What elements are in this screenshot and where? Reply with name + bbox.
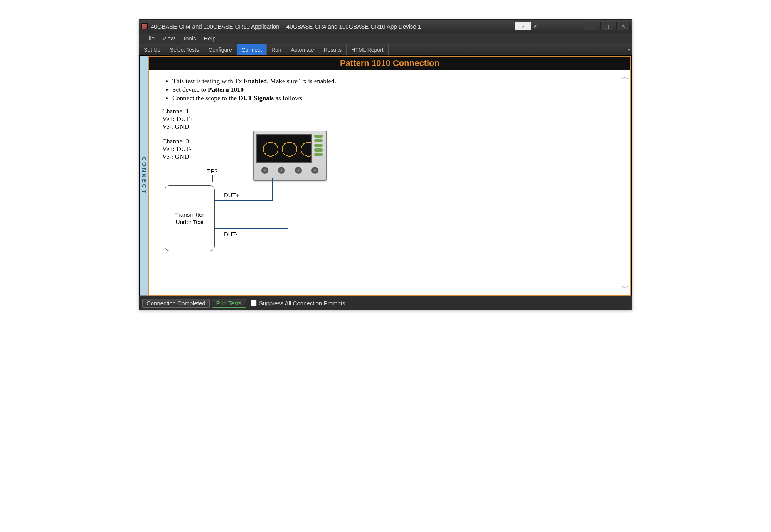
footer-bar: Connection Completed Run Tests Suppress … [139,296,632,310]
instruction-list: This test is testing with Tx Enabled. Ma… [172,77,619,102]
menu-help[interactable]: Help [200,34,219,42]
connection-status-button[interactable]: Connection Completed [142,299,210,308]
minimize-button[interactable]: — [584,22,597,30]
app-icon [141,23,148,29]
tab-html-report[interactable]: HTML Report [347,44,389,55]
tabbar: Set Up Select Tests Configure Connect Ru… [139,44,632,55]
tab-connect[interactable]: Connect [237,44,267,55]
scope-ports [254,165,326,176]
side-label-connect: CONNECT [140,56,148,296]
channel1-block: Channel 1: Ve+: DUT+ Ve-: GND [162,108,619,131]
window-title: 40GBASE-CR4 and 100GBASE-CR10 Applicatio… [151,23,513,30]
scroll-up-icon[interactable]: ︿ [622,72,629,81]
connection-diagram: TP2 Transmitter Under Test DUT+ DUT- [161,168,361,291]
instruction-item: Set device to Pattern 1010 [172,86,619,94]
instruction-item: This test is testing with Tx Enabled. Ma… [172,77,619,85]
title-chevron-icon[interactable]: ✔ [533,23,538,29]
checkbox-icon[interactable] [251,300,257,306]
menu-file[interactable]: File [142,34,158,42]
transmitter-under-test-box: Transmitter Under Test [165,185,215,251]
tab-configure[interactable]: Configure [204,44,237,55]
close-button[interactable]: ✕ [616,22,630,30]
tab-automate[interactable]: Automate [286,44,319,55]
tab-set-up[interactable]: Set Up [139,44,165,55]
panel-body: ︿ ﹀ This test is testing with Tx Enabled… [149,70,630,295]
channel3-block: Channel 3: Ve+: DUT- Ve-: GND [162,138,619,161]
titlebar: 40GBASE-CR4 and 100GBASE-CR10 Applicatio… [139,20,632,33]
menubar: File View Tools Help [139,33,632,44]
tab-run[interactable]: Run [267,44,286,55]
dut-minus-label: DUT- [224,231,237,237]
panel-header: Pattern 1010 Connection [149,57,630,70]
oscilloscope-icon [253,131,327,181]
menu-tools[interactable]: Tools [179,34,199,42]
suppress-prompts-label: Suppress All Connection Prompts [259,300,345,306]
instruction-item: Connect the scope to the DUT Signals as … [172,94,619,102]
tab-overflow-icon[interactable]: ▾ [626,44,632,55]
run-tests-button[interactable]: Run Tests [212,299,246,308]
tab-results[interactable]: Results [319,44,347,55]
scope-side-buttons [314,135,324,165]
menu-view[interactable]: View [159,34,178,42]
work-area: CONNECT Pattern 1010 Connection ︿ ﹀ This… [139,55,632,296]
scope-screen [256,134,312,163]
title-extra-icon[interactable]: ⤢ [515,22,531,30]
tp2-label: TP2 [207,168,218,174]
maximize-button[interactable]: ▢ [600,22,613,30]
dut-plus-label: DUT+ [224,192,239,198]
app-window: 40GBASE-CR4 and 100GBASE-CR10 Applicatio… [139,19,632,310]
tab-select-tests[interactable]: Select Tests [165,44,204,55]
suppress-prompts-checkbox[interactable]: Suppress All Connection Prompts [251,300,345,306]
scroll-down-icon[interactable]: ﹀ [622,283,629,293]
connect-panel: Pattern 1010 Connection ︿ ﹀ This test is… [148,56,631,296]
